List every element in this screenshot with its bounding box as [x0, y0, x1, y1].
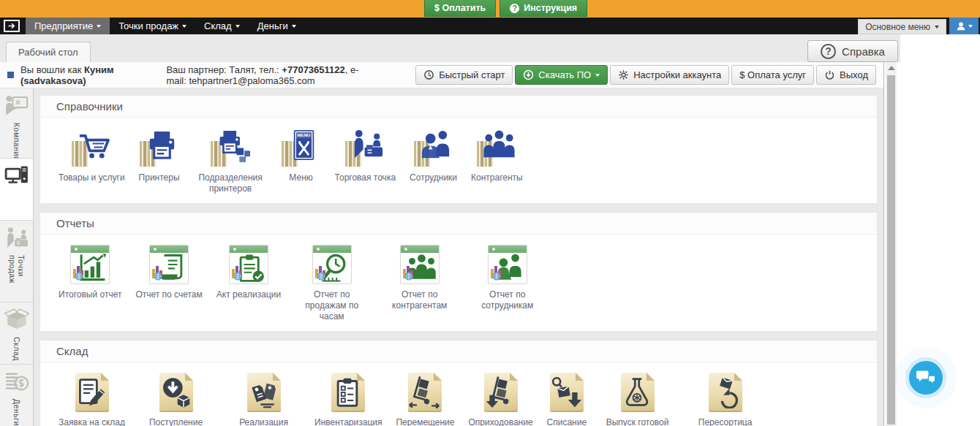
shortcut-employees[interactable]: Сотрудники: [406, 128, 461, 183]
mini-chart-icon: [314, 264, 328, 281]
menu-item-точки-продаж[interactable]: Точки продаж: [110, 18, 195, 34]
shortcut-hourly-sales-report[interactable]: Отчет по продажам по часам: [291, 245, 372, 322]
help-button[interactable]: ? Справка: [807, 40, 898, 62]
menu-item-предприятие[interactable]: Предприятие: [26, 18, 110, 34]
shortcut-inventory[interactable]: Инвентаризация: [311, 373, 385, 426]
shortcut-label: Инвентаризация: [314, 417, 382, 426]
scrollbar-thumb[interactable]: [887, 75, 895, 425]
power-icon: [824, 69, 835, 80]
download-software-button[interactable]: Скачать ПО: [515, 65, 608, 85]
main-menu-dropdown[interactable]: Основное меню: [858, 19, 946, 34]
shortcut-summary-report[interactable]: Итоговый отчет: [55, 245, 125, 300]
shortcut-label: Отчет по контрагентам: [382, 289, 456, 311]
section-card-справочники: СправочникиТовары и услугиПринтерыПодраз…: [39, 95, 878, 204]
section-title: Справочники: [40, 96, 877, 118]
collapse-menu-button[interactable]: [4, 20, 20, 32]
section-title: Отчеты: [40, 213, 877, 235]
chat-widget-button[interactable]: [905, 357, 946, 398]
section-items: Итоговый отчетОтчет по счетамАкт реализа…: [40, 235, 877, 331]
shortcut-menu-board[interactable]: MENUМеню: [278, 128, 325, 183]
question-circle-icon: ?: [821, 44, 836, 59]
logout-button[interactable]: Выход: [816, 65, 876, 85]
goods-sale-icon: [247, 373, 281, 412]
shortcut-contractors-report[interactable]: Отчет по контрагентам: [379, 245, 460, 311]
shortcut-employees-report[interactable]: Отчет по сотрудникам: [467, 245, 548, 311]
shortcut-printer[interactable]: Принтеры: [135, 128, 184, 183]
cash-register-icon: [345, 128, 385, 167]
info-buttons: Быстрый старт Скачать ПО Настройки аккау…: [415, 65, 876, 85]
shortcut-regrade[interactable]: Пересортица товаров: [685, 373, 766, 426]
shortcut-label: Акт реализации: [216, 289, 281, 300]
menu-item-label: Предприятие: [34, 20, 93, 31]
shortcut-printer-group[interactable]: Подразделения принтеров: [190, 128, 271, 194]
question-circle-icon: ?: [510, 4, 519, 13]
shortcut-write-off[interactable]: Списание: [543, 373, 591, 426]
menu-board-icon: MENU: [282, 128, 321, 167]
menu-item-деньги[interactable]: Деньги: [249, 18, 305, 34]
capitalization-icon: [484, 373, 518, 412]
chat-bubbles-icon: [916, 369, 936, 387]
logged-in-text: Вы вошли как Куним (sadvakasova): [20, 64, 138, 86]
tab-desktop[interactable]: Рабочий стол: [6, 42, 91, 62]
sidebar-item-компания[interactable]: Компания: [0, 88, 33, 159]
sidebar-item-desktop[interactable]: [0, 159, 33, 221]
section-title: Склад: [40, 341, 877, 362]
mini-chart-icon: [231, 264, 244, 281]
shortcut-transfer[interactable]: Перемещение: [392, 373, 458, 426]
shortcut-cart[interactable]: Товары и услуги: [55, 128, 129, 183]
sidebar-item-label: Точки продаж: [8, 255, 26, 302]
section-card-склад: СкладЗаявка на складПоступление товаровР…: [39, 340, 878, 426]
shortcut-production[interactable]: Выпуск готовой продукции: [597, 373, 678, 426]
shortcut-label: Отчет по сотрудникам: [470, 289, 544, 311]
account-settings-button[interactable]: Настройки аккаунта: [610, 65, 729, 85]
partner-email: tehpartner1@paloma365.com: [189, 75, 314, 86]
instruction-button[interactable]: ? Инструкция: [500, 0, 587, 17]
sales-act-icon: [229, 245, 268, 284]
shortcut-goods-receipt[interactable]: Поступление товаров: [135, 373, 216, 426]
printer-group-icon: [211, 128, 250, 167]
sidebar-item-точки-продаж[interactable]: Точки продаж: [0, 221, 33, 303]
main-menu-bar: ПредприятиеТочки продажСкладДеньги Основ…: [0, 18, 980, 34]
shortcut-capitalization[interactable]: Оприходование: [464, 373, 536, 426]
shortcut-cash-register[interactable]: Торговая точка: [331, 128, 399, 183]
shortcut-label: Товары и услуги: [59, 172, 125, 183]
shortcut-invoices-report[interactable]: Отчет по счетам: [132, 245, 206, 300]
shortcut-label: Принтеры: [139, 172, 180, 183]
top-orange-bar: $ Оплатить ? Инструкция: [0, 0, 980, 18]
shortcut-warehouse-request[interactable]: Заявка на склад: [55, 373, 129, 426]
shortcut-label: Контрагенты: [471, 172, 523, 183]
hourly-sales-report-icon: [312, 245, 352, 284]
printer-icon: [140, 128, 179, 167]
tab-strip: Рабочий стол: [0, 34, 900, 62]
gear-icon: [618, 69, 629, 80]
shortcut-label: Реализация товаров: [227, 417, 301, 426]
company-icon: [4, 94, 29, 118]
workspace: Вы вошли как Куним (sadvakasova) Ваш пар…: [0, 62, 884, 426]
menu-item-label: Деньги: [257, 20, 288, 31]
sidebar-item-склад[interactable]: Склад: [0, 303, 33, 365]
mini-chart-icon: [490, 264, 503, 281]
vertical-scrollbar[interactable]: [886, 62, 897, 426]
chevron-down-icon: [235, 25, 240, 30]
left-sidebar: КомпанияТочки продажСкладДеньги: [0, 88, 34, 426]
user-icon: [956, 21, 966, 31]
menu-item-склад[interactable]: Склад: [195, 18, 249, 34]
shortcut-sections: СправочникиТовары и услугиПринтерыПодраз…: [34, 88, 883, 426]
sidebar-item-деньги[interactable]: Деньги: [0, 365, 33, 426]
shortcut-contractors[interactable]: Контрагенты: [467, 128, 527, 183]
mini-chart-icon: [151, 264, 165, 281]
user-menu-button[interactable]: [949, 18, 979, 34]
pay-button[interactable]: $ Оплатить: [424, 0, 496, 17]
shortcut-goods-sale[interactable]: Реализация товаров: [223, 373, 304, 426]
shortcut-label: Подразделения принтеров: [194, 172, 268, 194]
svg-text:MENU: MENU: [297, 133, 310, 137]
tab-desktop-label: Рабочий стол: [18, 47, 78, 58]
section-card-отчеты: ОтчетыИтоговый отчетОтчет по счетамАкт р…: [39, 212, 878, 332]
quick-start-button[interactable]: Быстрый старт: [415, 65, 513, 85]
pay-services-button[interactable]: $ Оплата услуг: [731, 65, 814, 85]
mini-chart-icon: [402, 264, 415, 281]
scroll-up-arrow[interactable]: [886, 62, 897, 74]
desktop-icon: [4, 164, 29, 189]
shortcut-sales-act[interactable]: Акт реализации: [213, 245, 284, 300]
menu-item-label: Склад: [204, 20, 232, 31]
